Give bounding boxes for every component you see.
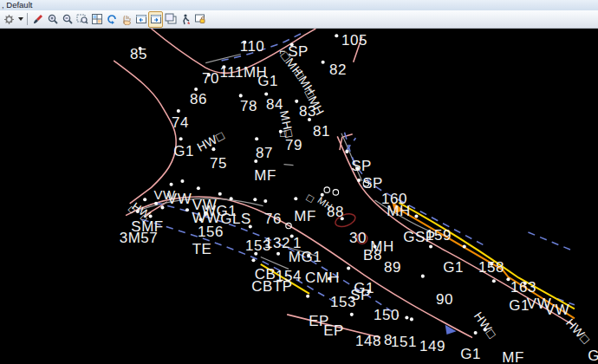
point-label: MF (502, 350, 524, 364)
point-label: 82 (329, 62, 347, 77)
point-label: ◇ (140, 213, 148, 223)
point-label: 151 (391, 335, 417, 349)
point-label: MG1 (289, 250, 322, 264)
clip-volume-button[interactable] (192, 11, 207, 28)
point-label: G1 (257, 74, 278, 88)
fit-view-button[interactable] (89, 11, 104, 28)
point-label: B8 (363, 248, 382, 263)
window-title-bar[interactable]: , Default (0, 0, 598, 10)
point-label: SP (362, 176, 383, 191)
point-label: CBTP (251, 279, 292, 294)
point-label: TE (192, 242, 212, 257)
point-label: CMH (305, 270, 340, 285)
point-label: 90 (436, 292, 453, 307)
point-label: MF (254, 168, 276, 183)
zoom-in-button[interactable] (45, 11, 60, 28)
copy-view-button[interactable] (163, 11, 178, 28)
point-label: 78 (240, 99, 257, 114)
gear-icon[interactable] (2, 11, 16, 28)
point-label: 87 (256, 146, 273, 160)
cad-view-window: { "window": { "title": ", Default" }, "t… (0, 0, 598, 364)
point-label: MH (387, 204, 410, 218)
toolbar-separator (27, 13, 28, 25)
point-label: 132 (264, 236, 290, 250)
view-next-button[interactable] (148, 11, 163, 28)
point-label: 74 (172, 115, 189, 130)
point-label: VW (545, 302, 569, 317)
point-label: 86 (190, 92, 207, 107)
point-label: 89 (384, 260, 401, 275)
point-label: 30 (349, 231, 367, 245)
rotate-view-button[interactable] (104, 11, 119, 28)
point-label: 85 (130, 47, 147, 62)
point-label: 75 (210, 156, 227, 171)
point-label: 81 (313, 124, 330, 139)
chevron-down-icon[interactable] (16, 12, 24, 27)
point-label: 150 (374, 308, 400, 322)
point-label: 76 (264, 211, 282, 226)
point-label: 3M57 (120, 231, 159, 245)
point-label: G1 (460, 347, 481, 361)
point-label: 110 (240, 39, 265, 54)
drawing-canvas[interactable]: 85110105SP⌐8270111MHG186788483817479□G17… (0, 29, 598, 364)
point-label: VW (167, 192, 192, 206)
point-label: 79 (285, 138, 302, 153)
view-toolbar (0, 10, 598, 29)
zoom-out-button[interactable] (60, 11, 75, 28)
pan-view-button[interactable] (119, 11, 133, 28)
point-label: SP (351, 159, 372, 173)
survey-point-dots (136, 34, 527, 335)
point-label: 148 (355, 334, 381, 348)
point-label: 149 (419, 339, 445, 354)
point-label: G1 (173, 144, 194, 159)
point-label: G1 (443, 260, 464, 275)
walk-icon[interactable] (178, 11, 192, 28)
point-label: GLS (220, 211, 251, 226)
point-label: ◇ (128, 205, 136, 214)
point-label: 159 (426, 228, 452, 243)
point-label: 156 (198, 224, 224, 239)
point-label: MF (294, 209, 316, 224)
view-previous-button[interactable] (133, 11, 148, 28)
point-label: 84 (266, 97, 283, 112)
point-label: G (588, 348, 598, 363)
window-area-button[interactable] (75, 11, 89, 28)
point-label: SP (350, 288, 371, 302)
point-label: 70 (202, 71, 219, 86)
point-label: 105 (341, 33, 367, 48)
point-label: EP (323, 323, 344, 338)
point-label: 158 (478, 260, 504, 275)
update-view-button[interactable] (30, 11, 45, 28)
point-label: 163 (510, 280, 536, 295)
window-title: , Default (2, 0, 32, 10)
